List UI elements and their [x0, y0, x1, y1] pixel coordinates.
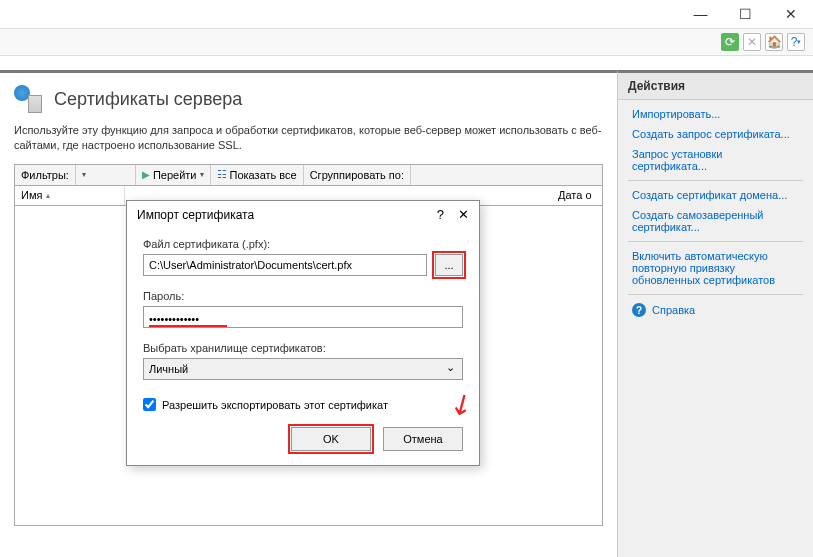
allow-export-checkbox-row[interactable]: Разрешить экспортировать этот сертификат: [143, 398, 463, 411]
actions-pane: Действия Импортировать... Создать запрос…: [618, 70, 813, 557]
main-toolbar: ⟳ ✕ 🏠 ?▾: [0, 28, 813, 56]
actions-header: Действия: [618, 73, 813, 100]
help-label: Справка: [652, 304, 695, 316]
action-create-request[interactable]: Создать запрос сертификата...: [618, 124, 813, 144]
action-create-domain-cert[interactable]: Создать сертификат домена...: [618, 185, 813, 205]
filter-input[interactable]: ▾: [76, 165, 136, 185]
file-label: Файл сертификата (.pfx):: [143, 238, 463, 250]
browse-button[interactable]: ...: [435, 254, 463, 276]
action-import[interactable]: Импортировать...: [618, 104, 813, 124]
maximize-button[interactable]: ☐: [723, 0, 768, 28]
filter-go-button[interactable]: ▶Перейти▾: [136, 165, 211, 185]
store-label: Выбрать хранилище сертификатов:: [143, 342, 463, 354]
dialog-help-button[interactable]: ?: [437, 207, 444, 222]
ok-button[interactable]: OK: [291, 427, 371, 451]
minimize-button[interactable]: —: [678, 0, 723, 28]
certificate-store-select[interactable]: Личный: [143, 358, 463, 380]
help-circle-icon: ?: [632, 303, 646, 317]
refresh-icon[interactable]: ⟳: [721, 33, 739, 51]
allow-export-label: Разрешить экспортировать этот сертификат: [162, 399, 388, 411]
action-install-request[interactable]: Запрос установки сертификата...: [618, 144, 813, 176]
close-button[interactable]: ✕: [768, 0, 813, 28]
dialog-close-button[interactable]: ✕: [458, 207, 469, 222]
group-by-label: Сгруппировать по:: [304, 165, 411, 185]
column-date[interactable]: Дата о: [552, 186, 602, 205]
help-icon[interactable]: ?▾: [787, 33, 805, 51]
dialog-title: Импорт сертификата: [137, 208, 254, 222]
cancel-button[interactable]: Отмена: [383, 427, 463, 451]
column-name[interactable]: Имя▴: [15, 186, 125, 205]
filter-label: Фильтры:: [15, 165, 76, 185]
group-by-dropdown[interactable]: [411, 165, 602, 185]
allow-export-checkbox[interactable]: [143, 398, 156, 411]
page-description: Используйте эту функцию для запроса и об…: [14, 123, 603, 154]
show-all-button[interactable]: ☷Показать все: [211, 165, 304, 185]
action-auto-rebind[interactable]: Включить автоматическую повторную привяз…: [618, 246, 813, 290]
server-certificates-icon: [14, 85, 44, 113]
home-icon[interactable]: 🏠: [765, 33, 783, 51]
action-create-selfsigned-cert[interactable]: Создать самозаверенный сертификат...: [618, 205, 813, 237]
filter-bar: Фильтры: ▾ ▶Перейти▾ ☷Показать все Сгруп…: [14, 164, 603, 186]
stop-icon[interactable]: ✕: [743, 33, 761, 51]
import-certificate-dialog: Импорт сертификата ? ✕ Файл сертификата …: [126, 200, 480, 466]
action-help[interactable]: ? Справка: [618, 299, 813, 321]
page-title: Сертификаты сервера: [54, 89, 242, 110]
password-input[interactable]: [143, 306, 463, 328]
password-label: Пароль:: [143, 290, 463, 302]
certificate-file-input[interactable]: [143, 254, 427, 276]
